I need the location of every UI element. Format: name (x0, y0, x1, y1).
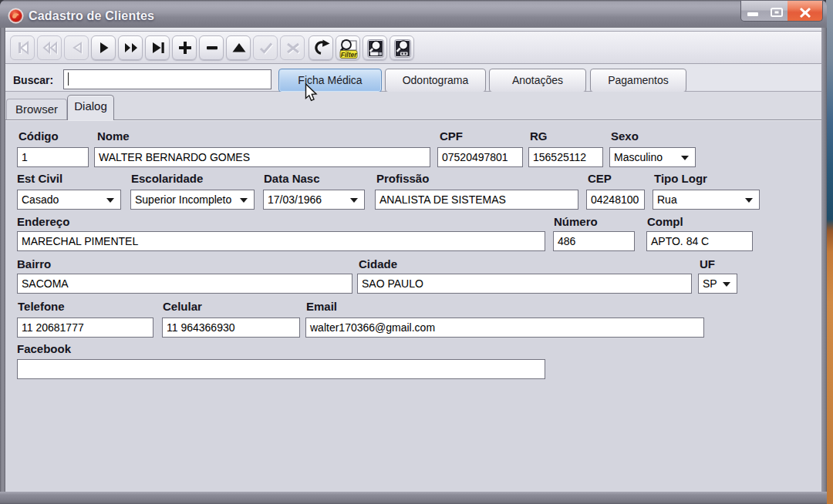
svg-text:Filter: Filter (341, 51, 357, 59)
